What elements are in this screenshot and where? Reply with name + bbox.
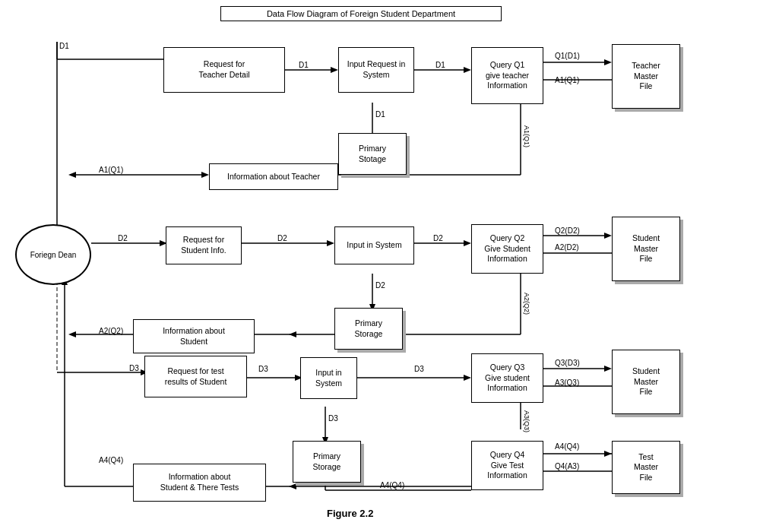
query-q3-label: Query Q3 Give student Information (485, 363, 530, 394)
input-system-3-label: Input in System (315, 368, 342, 388)
info-student-box: Information about Student (133, 319, 255, 353)
q4a3-label: Q4(A3) (555, 462, 579, 470)
svg-marker-22 (327, 240, 334, 246)
diagram-container: Data Flow Diagram of Foreign Student Dep… (0, 0, 760, 532)
svg-marker-43 (464, 375, 471, 381)
d2-down-label: D2 (375, 281, 385, 290)
svg-marker-26 (604, 233, 612, 239)
a1q1-side-label: A1(Q1) (523, 125, 530, 147)
primary-storage-3-box: Primary Storage (293, 441, 361, 483)
d2-flow1-label: D2 (277, 234, 287, 242)
title-text: Data Flow Diagram of Foreign Student Dep… (267, 9, 455, 18)
q2d2-label: Q2(D2) (555, 226, 580, 235)
d3-flow1-label: D3 (258, 365, 268, 373)
d1-top-label: D1 (59, 42, 69, 50)
a2q2-left-label: A2(Q2) (99, 327, 123, 335)
query-q2-label: Query Q2 Give Student Information (484, 233, 530, 264)
svg-marker-52 (289, 483, 296, 489)
q1d1-label: Q1(D1) (555, 52, 580, 60)
req-student-box: Request for Student Info. (166, 226, 242, 264)
input-system-2-label: Input in System (347, 240, 401, 251)
req-test-box: Request for test results of Student (144, 356, 247, 397)
teacher-master-label: Teacher Master File (632, 61, 660, 92)
student-master-2-box: Student Master File (612, 350, 680, 414)
svg-marker-34 (289, 331, 296, 337)
svg-marker-18 (68, 172, 76, 178)
input-system-1-box: Input Request in System (338, 47, 414, 93)
d2-flow2-label: D2 (433, 234, 443, 242)
q3d3-label: Q3(D3) (555, 359, 580, 367)
foreign-dean-label: Foriegn Dean (30, 251, 77, 259)
svg-marker-24 (464, 240, 471, 246)
query-q4-label: Query Q4 Give Test Information (487, 450, 527, 481)
input-system-3-box: Input in System (300, 357, 357, 399)
req-teacher-detail-box: Request for Teacher Detail (163, 47, 285, 93)
info-teacher-box: Information about Teacher (209, 163, 338, 190)
teacher-master-box: Teacher Master File (612, 44, 680, 109)
a3q3-side-label: A3(Q3) (523, 410, 530, 432)
info-student-label: Information about Student (163, 326, 225, 347)
info-teacher-label: Information about Teacher (227, 172, 320, 182)
primary-storage-1-box: Primary Stotage (338, 133, 407, 175)
a3q3-label: A3(Q3) (555, 378, 579, 387)
query-q1-label: Query Q1 give teacher Information (486, 60, 529, 91)
svg-marker-60 (604, 451, 612, 457)
primary-storage-2-label: Primary Storage (355, 318, 383, 339)
foreign-dean-node: Foriegn Dean (15, 224, 91, 285)
input-system-1-label: Input Request in System (347, 59, 405, 80)
info-student-tests-box: Information about Student & There Tests (133, 464, 266, 502)
input-system-2-box: Input in System (334, 226, 414, 264)
a2d2-label: A2(D2) (555, 243, 579, 252)
d3-flow2-label: D3 (414, 365, 424, 373)
test-master-box: Test Master File (612, 441, 680, 494)
figure-label: Figure 2.2 (327, 508, 373, 519)
a1q1-right-label: A1(Q1) (555, 76, 579, 84)
query-q2-box: Query Q2 Give Student Information (471, 224, 543, 274)
req-test-label: Request for test results of Student (165, 366, 227, 387)
d1-flow2-label: D1 (435, 61, 445, 69)
a4q4-right-label: A4(Q4) (555, 442, 579, 451)
svg-marker-4 (331, 67, 338, 73)
svg-marker-6 (464, 67, 471, 73)
query-q3-box: Query Q3 Give student Information (471, 353, 543, 403)
query-q1-box: Query Q1 give teacher Information (471, 47, 543, 104)
d2-label: D2 (118, 234, 128, 242)
d1-flow1-label: D1 (299, 61, 309, 69)
a4q4-left-label: A4(Q4) (99, 456, 123, 464)
a2q2-side-label: A2(Q2) (523, 293, 530, 315)
primary-storage-1-label: Primary Stotage (359, 144, 386, 164)
test-master-label: Test Master File (634, 452, 658, 483)
a4q4-flow-label: A4(Q4) (380, 481, 404, 489)
query-q4-box: Query Q4 Give Test Information (471, 441, 543, 490)
svg-marker-15 (201, 172, 209, 178)
svg-marker-45 (604, 366, 612, 372)
student-master-2-label: Student Master File (632, 366, 660, 397)
info-student-tests-label: Information about Student & There Tests (160, 472, 239, 492)
primary-storage-3-label: Primary Storage (313, 451, 341, 472)
d3-down-label: D3 (328, 414, 338, 423)
svg-marker-8 (604, 59, 612, 65)
d1-down-label: D1 (375, 110, 385, 119)
req-teacher-detail-label: Request for Teacher Detail (198, 59, 249, 80)
d3-label: D3 (129, 364, 139, 372)
svg-marker-36 (68, 331, 76, 337)
student-master-1-box: Student Master File (612, 217, 680, 281)
primary-storage-2-box: Primary Storage (334, 308, 403, 350)
title-box: Data Flow Diagram of Foreign Student Dep… (220, 6, 502, 21)
req-student-label: Request for Student Info. (181, 235, 226, 255)
student-master-1-label: Student Master File (632, 233, 660, 264)
a1q1-left-label: A1(Q1) (99, 166, 123, 174)
